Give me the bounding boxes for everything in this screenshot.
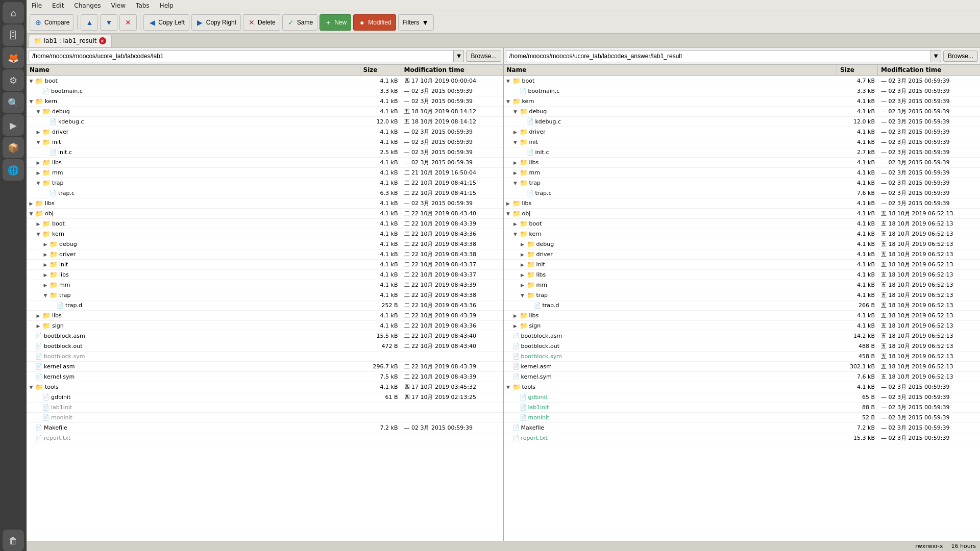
new-button[interactable]: + New (320, 14, 351, 31)
table-row[interactable]: 📄bootblock.asm14.2 kB五 18 10月 2019 06:52… (504, 331, 981, 341)
table-row[interactable]: 📄trap.c7.6 kB— 02 3月 2015 00:59:39 (504, 188, 981, 198)
sidebar-icon-network[interactable]: 🌐 (3, 159, 24, 181)
table-row[interactable]: 📄bootmain.c3.3 kB— 02 3月 2015 00:59:39 (27, 86, 503, 96)
table-row[interactable]: ▶📁init4.1 kB五 18 10月 2019 06:52:13 (504, 260, 981, 270)
expand-button[interactable]: ▶ (513, 221, 518, 227)
expand-button[interactable]: ▶ (36, 323, 41, 329)
copy-close-button[interactable]: ✕ (119, 14, 137, 31)
sidebar-icon-settings[interactable]: ⚙ (3, 69, 24, 91)
table-row[interactable]: ▼📁tools4.1 kB四 17 10月 2019 03:45:32 (27, 382, 503, 392)
table-row[interactable]: ▼📁trap4.1 kB二 22 10月 2019 08:41:15 (27, 178, 503, 188)
sidebar-icon-trash[interactable]: 🗑 (3, 530, 24, 551)
menu-tabs[interactable]: Tabs (134, 1, 152, 10)
expand-button[interactable]: ▶ (36, 313, 41, 318)
menu-edit[interactable]: Edit (50, 1, 66, 10)
expand-button[interactable]: ▼ (36, 140, 41, 145)
left-browse-button[interactable]: Browse... (466, 51, 501, 62)
right-path-input[interactable] (506, 50, 931, 62)
expand-button[interactable]: ▼ (513, 109, 518, 114)
table-row[interactable]: ▼📁obj4.1 kB五 18 10月 2019 06:52:13 (504, 209, 981, 219)
table-row[interactable]: ▶📁mm4.1 kB— 02 3月 2015 00:59:39 (504, 168, 981, 178)
expand-button[interactable]: ▶ (43, 242, 48, 247)
delete-button[interactable]: ✕ Delete (243, 14, 280, 31)
left-path-input[interactable] (29, 50, 454, 62)
table-row[interactable]: ▼📁kern4.1 kB五 18 10月 2019 06:52:13 (504, 229, 981, 239)
table-row[interactable]: ▼📁boot4.7 kB— 02 3月 2015 00:59:39 (504, 76, 981, 86)
right-panel-content[interactable]: ▼📁boot4.7 kB— 02 3月 2015 00:59:39📄bootma… (504, 76, 981, 541)
table-row[interactable]: ▼📁kern4.1 kB— 02 3月 2015 00:59:39 (504, 96, 981, 107)
expand-button[interactable]: ▼ (36, 232, 41, 237)
expand-button[interactable]: ▶ (43, 283, 48, 288)
table-row[interactable]: ▼📁trap4.1 kB二 22 10月 2019 08:43:38 (27, 290, 503, 300)
expand-button[interactable]: ▼ (513, 140, 518, 145)
table-row[interactable]: ▼📁trap4.1 kB— 02 3月 2015 00:59:39 (504, 178, 981, 188)
expand-button[interactable]: ▶ (513, 323, 518, 329)
tab-close-button[interactable]: ✕ (99, 37, 106, 44)
table-row[interactable]: ▶📁libs4.1 kB二 22 10月 2019 08:43:37 (27, 270, 503, 280)
expand-button[interactable]: ▼ (36, 109, 41, 114)
table-row[interactable]: 📄kernel.asm302.1 kB五 18 10月 2019 06:52:1… (504, 362, 981, 372)
expand-button[interactable]: ▶ (506, 201, 511, 206)
table-row[interactable]: 📄kernel.asm296.7 kB二 22 10月 2019 08:43:3… (27, 362, 503, 372)
expand-button[interactable]: ▼ (506, 79, 511, 84)
expand-button[interactable]: ▶ (520, 262, 525, 267)
table-row[interactable]: 📄trap.d252 B二 22 10月 2019 08:43:36 (27, 300, 503, 311)
table-row[interactable]: ▼📁kern4.1 kB— 02 3月 2015 00:59:39 (27, 96, 503, 107)
table-row[interactable]: ▼📁tools4.1 kB— 02 3月 2015 00:59:39 (504, 382, 981, 392)
expand-button[interactable]: ▶ (513, 313, 518, 318)
tab-lab1[interactable]: 📁 lab1 : lab1_result ✕ (29, 35, 112, 47)
table-row[interactable]: ▼📁kern4.1 kB二 22 10月 2019 08:43:36 (27, 229, 503, 239)
table-row[interactable]: ▶📁libs4.1 kB五 18 10月 2019 06:52:13 (504, 270, 981, 280)
table-row[interactable]: 📄gdbinit61 B四 17 10月 2019 02:13:25 (27, 392, 503, 403)
same-button[interactable]: ✓ Same (282, 14, 317, 31)
right-browse-button[interactable]: Browse... (943, 51, 978, 62)
table-row[interactable]: ▼📁debug4.1 kB五 18 10月 2019 08:14:12 (27, 107, 503, 117)
table-row[interactable]: 📄lab1init88 B— 02 3月 2015 00:59:39 (504, 403, 981, 413)
table-row[interactable]: 📄moninit (27, 413, 503, 423)
left-panel-content[interactable]: ▼📁boot4.1 kB四 17 10月 2019 00:00:04📄bootm… (27, 76, 503, 541)
table-row[interactable]: ▶📁driver4.1 kB— 02 3月 2015 00:59:39 (504, 127, 981, 137)
table-row[interactable]: ▶📁driver4.1 kB— 02 3月 2015 00:59:39 (27, 127, 503, 137)
table-row[interactable]: 📄init.c2.7 kB— 02 3月 2015 00:59:39 (504, 147, 981, 158)
table-row[interactable]: ▼📁init4.1 kB— 02 3月 2015 00:59:39 (504, 137, 981, 147)
table-row[interactable]: ▶📁libs4.1 kB— 02 3月 2015 00:59:39 (27, 198, 503, 209)
expand-button[interactable]: ▼ (29, 99, 34, 104)
table-row[interactable]: 📄Makefile7.2 kB— 02 3月 2015 00:59:39 (27, 423, 503, 433)
modified-button[interactable]: ● Modified (353, 14, 396, 31)
compare-button[interactable]: ⊕ Compare (30, 14, 74, 31)
menu-view[interactable]: View (109, 1, 128, 10)
sidebar-icon-package[interactable]: 📦 (3, 137, 24, 158)
copy-down-button[interactable]: ▼ (100, 14, 117, 31)
sidebar-icon-home[interactable]: ⌂ (3, 2, 24, 23)
copy-left-button[interactable]: ◀ Copy Left (143, 14, 189, 31)
table-row[interactable]: ▶📁mm4.1 kB二 22 10月 2019 08:43:39 (27, 280, 503, 290)
table-row[interactable]: 📄bootblock.asm15.5 kB二 22 10月 2019 08:43… (27, 331, 503, 341)
expand-button[interactable]: ▶ (520, 242, 525, 247)
sidebar-icon-files[interactable]: 🗄 (3, 24, 24, 46)
expand-button[interactable]: ▶ (29, 201, 34, 206)
expand-button[interactable]: ▶ (36, 221, 41, 227)
expand-button[interactable]: ▶ (513, 130, 518, 135)
table-row[interactable]: 📄bootblock.out488 B五 18 10月 2019 06:52:1… (504, 341, 981, 352)
copy-up-button[interactable]: ▲ (81, 14, 98, 31)
expand-button[interactable]: ▶ (520, 272, 525, 278)
expand-button[interactable]: ▼ (506, 385, 511, 390)
table-row[interactable]: 📄kdebug.c12.0 kB— 02 3月 2015 00:59:39 (504, 117, 981, 127)
sidebar-icon-browser[interactable]: 🦊 (3, 47, 24, 68)
right-path-dropdown[interactable]: ▼ (931, 50, 941, 62)
table-row[interactable]: ▶📁libs4.1 kB二 22 10月 2019 08:43:39 (27, 311, 503, 321)
expand-button[interactable]: ▼ (43, 293, 48, 298)
table-row[interactable]: ▼📁trap4.1 kB五 18 10月 2019 06:52:13 (504, 290, 981, 300)
table-row[interactable]: ▶📁boot4.1 kB二 22 10月 2019 08:43:39 (27, 219, 503, 229)
table-row[interactable]: ▶📁driver4.1 kB二 22 10月 2019 08:43:38 (27, 249, 503, 260)
sidebar-icon-search[interactable]: 🔍 (3, 92, 24, 113)
expand-button[interactable]: ▼ (36, 181, 41, 186)
expand-button[interactable]: ▼ (29, 385, 34, 390)
table-row[interactable]: 📄kernel.sym7.6 kB五 18 10月 2019 06:52:13 (504, 372, 981, 382)
table-row[interactable]: ▶📁libs4.1 kB— 02 3月 2015 00:59:39 (27, 158, 503, 168)
table-row[interactable]: ▼📁debug4.1 kB— 02 3月 2015 00:59:39 (504, 107, 981, 117)
left-path-dropdown[interactable]: ▼ (454, 50, 464, 62)
expand-button[interactable]: ▶ (36, 130, 41, 135)
table-row[interactable]: ▶📁libs4.1 kB— 02 3月 2015 00:59:39 (504, 198, 981, 209)
table-row[interactable]: ▼📁init4.1 kB— 02 3月 2015 00:59:39 (27, 137, 503, 147)
